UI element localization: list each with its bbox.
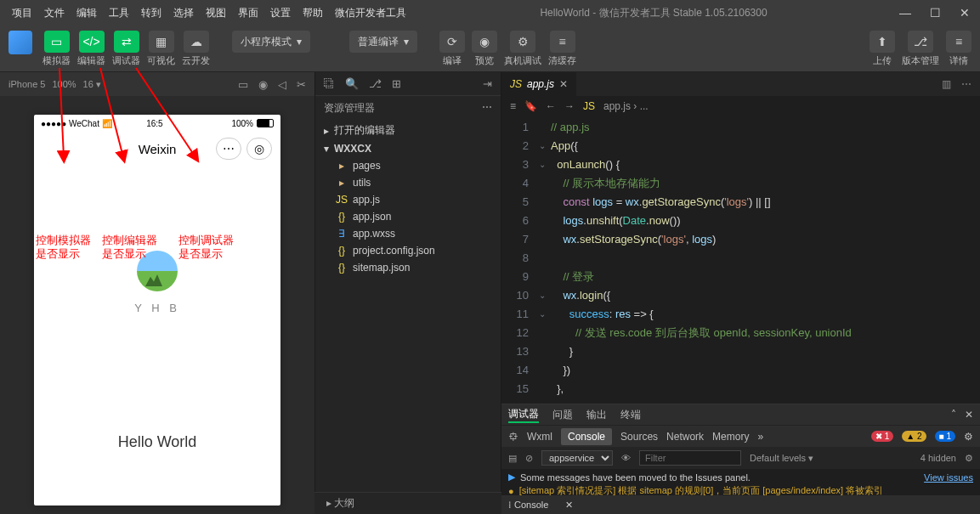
editor-tab[interactable]: JS app.js ✕ <box>501 72 576 96</box>
file-app.wxss[interactable]: ∃app.wxss <box>315 225 501 242</box>
clear-icon[interactable]: ⊘ <box>525 453 533 464</box>
info-badge[interactable]: ■ 1 <box>935 431 955 442</box>
open-editors-section[interactable]: ▸ 打开的编辑器 <box>315 121 501 140</box>
close-button[interactable]: ✕ <box>956 4 973 21</box>
context-select[interactable]: appservice <box>541 450 613 466</box>
close-tab-icon[interactable]: ✕ <box>559 78 568 90</box>
menu-转到[interactable]: 转到 <box>136 3 167 24</box>
forward-icon[interactable]: → <box>564 100 575 112</box>
console-drawer[interactable]: ⁞ Console <box>508 500 548 511</box>
tab-problems[interactable]: 问题 <box>552 408 573 422</box>
tab-output[interactable]: 输出 <box>586 408 607 422</box>
visual-toggle[interactable]: ▦ <box>149 31 174 53</box>
mode-select[interactable]: 小程序模式▾ <box>232 31 310 53</box>
zoom-select[interactable]: 100% <box>52 79 76 89</box>
menu-视图[interactable]: 视图 <box>201 3 231 24</box>
debugger-toggle[interactable]: ⇄ <box>114 31 139 53</box>
cloud-toggle[interactable]: ☁ <box>184 31 209 53</box>
view-issues-link[interactable]: View issues <box>924 472 973 483</box>
toggle-icon[interactable]: ≡ <box>510 100 516 112</box>
avatar <box>137 251 178 291</box>
compile-mode-select[interactable]: 普通编译▾ <box>349 31 417 53</box>
eye-icon[interactable]: 👁 <box>621 453 631 463</box>
maximize-button[interactable]: ☐ <box>926 4 944 21</box>
ext-icon[interactable]: ⊞ <box>392 77 401 90</box>
sub-sources[interactable]: Sources <box>620 431 658 443</box>
device-icon[interactable]: ▭ <box>238 78 248 91</box>
file-pages[interactable]: ▸pages <box>315 157 501 174</box>
compile-label: 编译 <box>443 54 462 67</box>
filter-input[interactable] <box>639 450 741 466</box>
bookmark-icon[interactable]: 🔖 <box>524 100 537 112</box>
menu-工具[interactable]: 工具 <box>104 3 134 24</box>
menu-编辑[interactable]: 编辑 <box>71 3 102 24</box>
back-icon[interactable]: ← <box>546 100 556 112</box>
outline-section[interactable]: ▸ 大纲 <box>314 492 501 514</box>
warn-badge[interactable]: ▲ 2 <box>902 431 926 442</box>
levels-select[interactable]: Default levels ▾ <box>750 453 813 464</box>
simulator-toggle[interactable]: ▭ <box>44 31 70 53</box>
split-icon[interactable]: ▥ <box>942 78 951 90</box>
inspect-icon[interactable]: ⯐ <box>508 431 518 443</box>
cut-icon[interactable]: ✂ <box>297 78 306 91</box>
sub-wxml[interactable]: Wxml <box>527 431 552 443</box>
real-debug-button[interactable]: ⚙ <box>510 31 535 53</box>
scale-select[interactable]: 16 ▾ <box>83 79 101 90</box>
clear-cache-button[interactable]: ≡ <box>550 31 575 53</box>
menu-微信开发者工具[interactable]: 微信开发者工具 <box>330 3 411 24</box>
preview-button[interactable]: ◉ <box>472 31 497 53</box>
gear-icon[interactable]: ⚙ <box>964 431 973 443</box>
compile-button[interactable]: ⟳ <box>439 31 465 53</box>
tab-debugger[interactable]: 调试器 <box>508 407 539 423</box>
more-icon[interactable]: » <box>757 431 763 443</box>
menu-设置[interactable]: 设置 <box>265 3 296 24</box>
sub-console[interactable]: Console <box>561 428 612 445</box>
collapse-icon[interactable]: ⇥ <box>483 77 492 90</box>
search-icon[interactable]: 🔍 <box>345 77 359 90</box>
page-navbar: Weixin ⋯ ◎ <box>34 132 280 166</box>
sub-memory[interactable]: Memory <box>712 431 749 443</box>
editor-label: 编辑器 <box>77 54 105 67</box>
explorer-panel: ⿻ 🔍 ⎇ ⊞ ⇥ 资源管理器⋯ ▸ 打开的编辑器 ▾ WXXCX ▸pages… <box>314 72 501 514</box>
breadcrumb-path[interactable]: app.js › ... <box>603 100 649 112</box>
menu-项目[interactable]: 项目 <box>7 3 37 24</box>
menu-帮助[interactable]: 帮助 <box>297 3 328 24</box>
capsule-close[interactable]: ◎ <box>246 138 272 160</box>
close-icon[interactable]: ✕ <box>965 409 973 421</box>
more-icon[interactable]: ⋯ <box>961 78 972 90</box>
menu-选择[interactable]: 选择 <box>168 3 199 24</box>
version-button[interactable]: ⎇ <box>908 31 933 53</box>
file-app.js[interactable]: JSapp.js <box>315 191 501 208</box>
file-app.json[interactable]: {}app.json <box>315 208 501 225</box>
sub-network[interactable]: Network <box>666 431 704 443</box>
record-icon[interactable]: ◉ <box>258 78 268 91</box>
editor-toggle[interactable]: </> <box>79 31 105 53</box>
editor-panel: JS app.js ✕ ▥ ⋯ ≡ 🔖 ← → JS app.js › ... … <box>501 72 980 514</box>
gear-icon[interactable]: ⚙ <box>965 453 973 464</box>
error-badge[interactable]: ✖ 1 <box>871 431 893 442</box>
branch-icon[interactable]: ⎇ <box>369 77 382 90</box>
mute-icon[interactable]: ◁ <box>278 78 286 91</box>
file-project.config.json[interactable]: {}project.config.json <box>315 242 501 259</box>
upload-button[interactable]: ⬆ <box>870 31 895 53</box>
menu-文件[interactable]: 文件 <box>39 3 70 24</box>
tab-terminal[interactable]: 终端 <box>620 408 641 422</box>
debugger-label: 调试器 <box>112 54 140 67</box>
detail-button[interactable]: ≡ <box>946 31 972 53</box>
explorer-icon[interactable]: ⿻ <box>324 77 335 90</box>
chevron-up-icon[interactable]: ˄ <box>951 409 956 421</box>
device-select[interactable]: iPhone 5 <box>8 79 45 89</box>
info-icon: ▶ <box>508 472 515 483</box>
more-icon[interactable]: ⋯ <box>482 101 492 116</box>
sidebar-icon[interactable]: ▤ <box>508 453 517 464</box>
file-sitemap.json[interactable]: {}sitemap.json <box>315 259 501 276</box>
capsule-menu[interactable]: ⋯ <box>216 138 241 160</box>
warn-icon: ● <box>508 486 514 496</box>
upload-label: 上传 <box>873 54 892 67</box>
project-root[interactable]: ▾ WXXCX <box>315 140 501 157</box>
menu-界面[interactable]: 界面 <box>233 3 263 24</box>
close-icon[interactable]: ✕ <box>565 500 573 511</box>
file-utils[interactable]: ▸utils <box>315 174 501 191</box>
code-area[interactable]: 1// app.js2⌄App({3⌄ onLaunch() {4 // 展示本… <box>501 116 980 404</box>
minimize-button[interactable]: — <box>896 4 915 21</box>
